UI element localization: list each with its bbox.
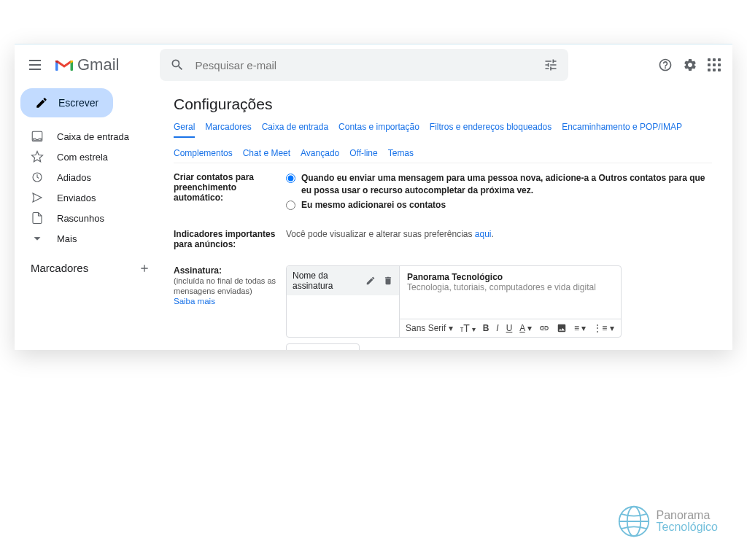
tab-filtros[interactable]: Filtros e endereços bloqueados <box>430 122 551 138</box>
row-indicators: Indicadores importantes para anúncios: V… <box>174 220 712 257</box>
contacts-radio-auto[interactable] <box>286 174 295 183</box>
gmail-m-icon <box>55 58 73 71</box>
sidebar-item-sent[interactable]: Enviados <box>15 187 160 208</box>
link-icon[interactable] <box>539 323 549 333</box>
sidebar-item-drafts[interactable]: Rascunhos <box>15 208 160 228</box>
nav-label: Enviados <box>57 192 96 203</box>
page-title: Configurações <box>174 96 712 113</box>
plus-icon[interactable] <box>139 262 150 274</box>
tab-marcadores[interactable]: Marcadores <box>205 122 251 138</box>
help-icon[interactable] <box>658 58 673 72</box>
gmail-logo: Gmail <box>55 55 119 74</box>
align-icon[interactable]: ≡ ▾ <box>574 323 586 333</box>
bold-icon[interactable]: B <box>483 323 489 333</box>
clock-icon <box>31 171 44 184</box>
header-actions <box>658 58 721 72</box>
image-icon[interactable] <box>557 323 567 333</box>
apps-icon[interactable] <box>708 58 721 71</box>
text-color-icon[interactable]: A ▾ <box>519 323 532 333</box>
chevron-down-icon <box>31 232 44 245</box>
tab-geral[interactable]: Geral <box>174 122 195 138</box>
signature-label: Assinatura: (incluída no final de todas … <box>174 265 283 350</box>
pencil-icon <box>35 96 48 109</box>
compose-button[interactable]: Escrever <box>20 88 113 117</box>
tab-avancado[interactable]: Avançado <box>301 148 339 163</box>
nav-label: Adiados <box>57 172 91 183</box>
underline-icon[interactable]: U <box>506 323 513 333</box>
contacts-opt2: Eu mesmo adicionarei os contatos <box>301 199 446 211</box>
signature-name: Nome da assinatura <box>293 271 365 291</box>
sidebar: Escrever Caixa de entrada Com estrela Ad… <box>15 85 160 350</box>
labels-header[interactable]: Marcadores <box>15 256 160 280</box>
nav-label: Caixa de entrada <box>57 131 129 142</box>
size-icon[interactable]: тT ▾ <box>460 322 476 334</box>
create-signature-button[interactable]: + Criar novo <box>286 343 360 350</box>
sidebar-item-more[interactable]: Mais <box>15 228 160 249</box>
tab-offline[interactable]: Off-line <box>349 148 377 163</box>
nav-label: Rascunhos <box>57 213 104 224</box>
font-select[interactable]: Sans Serif ▾ <box>406 323 453 333</box>
star-icon <box>31 150 44 163</box>
header: Gmail <box>15 44 732 85</box>
tune-icon[interactable] <box>543 58 558 72</box>
tab-contas[interactable]: Contas e importação <box>338 122 419 138</box>
indicators-link[interactable]: aqui <box>475 229 492 239</box>
globe-icon <box>617 505 651 538</box>
signature-toolbar: Sans Serif ▾ тT ▾ B I U A ▾ ≡ ▾ ⋮≡ ▾ <box>400 319 621 337</box>
italic-icon[interactable]: I <box>496 323 498 333</box>
tab-inbox[interactable]: Caixa de entrada <box>262 122 328 138</box>
contacts-opt1: Quando eu enviar uma mensagem para uma p… <box>301 172 712 197</box>
sidebar-item-snoozed[interactable]: Adiados <box>15 167 160 187</box>
contacts-label: Criar contatos para preenchimento automá… <box>174 172 283 213</box>
edit-icon[interactable] <box>365 276 376 286</box>
nav-label: Com estrela <box>57 152 108 163</box>
sidebar-item-starred[interactable]: Com estrela <box>15 147 160 167</box>
compose-label: Escrever <box>58 97 98 109</box>
watermark: Panorama Tecnológico <box>617 505 719 538</box>
signature-item[interactable]: Nome da assinatura <box>287 266 399 295</box>
gear-icon[interactable] <box>683 58 697 72</box>
indicators-value: Você pode visualizar e alterar suas pref… <box>286 229 712 249</box>
menu-icon[interactable] <box>26 56 44 74</box>
contacts-radio-manual[interactable] <box>286 201 295 210</box>
draft-icon <box>31 211 44 225</box>
search-icon <box>170 58 185 72</box>
tab-chat[interactable]: Chat e Meet <box>243 148 290 163</box>
signature-editor: Nome da assinatura Panorama Tecnológico <box>286 265 622 338</box>
nav-label: Mais <box>57 233 77 244</box>
row-contacts: Criar contatos para preenchimento automá… <box>174 163 712 220</box>
row-signature: Assinatura: (incluída no final de todas … <box>174 257 712 350</box>
signature-list: Nome da assinatura <box>287 266 400 337</box>
labels-text: Marcadores <box>31 262 88 274</box>
gmail-window: Gmail Escrever Caixa de entrada Com estr… <box>15 44 732 350</box>
signature-content[interactable]: Panorama Tecnológico Tecnologia, tutoria… <box>400 266 621 319</box>
search-input[interactable] <box>195 59 533 71</box>
search-bar[interactable] <box>160 49 568 81</box>
delete-icon[interactable] <box>383 276 393 286</box>
tab-encaminhamento[interactable]: Encaminhamento e POP/IMAP <box>562 122 682 138</box>
sidebar-item-inbox[interactable]: Caixa de entrada <box>15 126 160 147</box>
settings-tabs: Geral Marcadores Caixa de entrada Contas… <box>174 122 712 163</box>
tab-temas[interactable]: Temas <box>388 148 414 163</box>
inbox-icon <box>31 130 44 143</box>
tab-complementos[interactable]: Complementos <box>174 148 233 163</box>
settings-main: Configurações Geral Marcadores Caixa de … <box>160 85 732 350</box>
list-icon[interactable]: ⋮≡ ▾ <box>593 323 614 333</box>
signature-learn-more[interactable]: Saiba mais <box>174 297 215 306</box>
gmail-text: Gmail <box>77 55 119 74</box>
send-icon <box>31 191 44 204</box>
indicators-label: Indicadores importantes para anúncios: <box>174 229 283 249</box>
